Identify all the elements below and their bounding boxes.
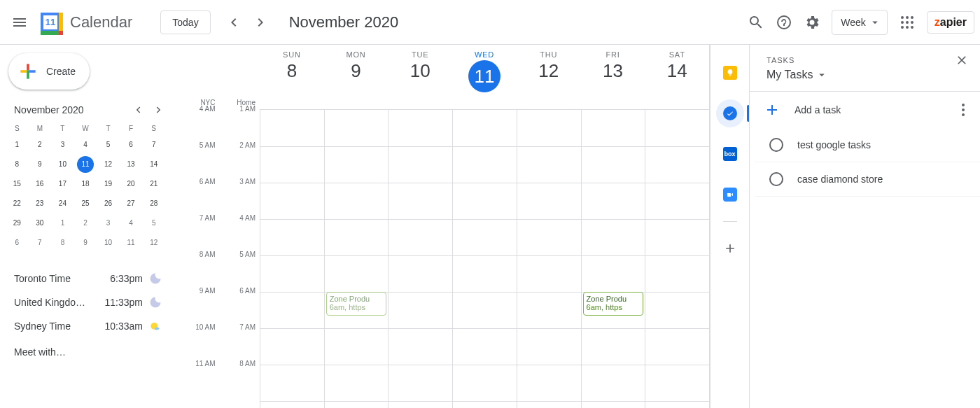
day-header[interactable]: SAT 14 xyxy=(645,45,709,109)
day-header[interactable]: TUE 10 xyxy=(388,45,452,109)
more-icon[interactable] xyxy=(955,101,972,118)
mini-calendar[interactable]: SMTWTFS 12345678910111213141516171819202… xyxy=(6,122,165,253)
mini-cal-day[interactable]: 10 xyxy=(54,156,71,173)
help-button[interactable] xyxy=(770,8,798,36)
sidebar-app-keep[interactable] xyxy=(716,59,744,87)
task-list-picker[interactable]: My Tasks xyxy=(766,69,969,81)
mini-cal-day[interactable]: 3 xyxy=(100,215,117,232)
mini-cal-day[interactable]: 4 xyxy=(122,215,139,232)
mini-cal-day[interactable]: 28 xyxy=(146,195,162,212)
today-button[interactable]: Today xyxy=(160,10,210,34)
day-header[interactable]: MON 9 xyxy=(324,45,388,109)
mini-cal-day[interactable]: 5 xyxy=(146,215,162,232)
chevron-right-icon xyxy=(253,14,270,31)
sidebar-app-tasks[interactable] xyxy=(716,99,744,127)
search-button[interactable] xyxy=(742,8,770,36)
day-column[interactable] xyxy=(260,110,324,408)
dropdown-icon xyxy=(816,69,828,81)
day-column[interactable] xyxy=(645,110,709,408)
svg-point-2 xyxy=(911,16,913,19)
meet-with-section[interactable]: Meet with… xyxy=(6,338,165,358)
mini-cal-day[interactable]: 17 xyxy=(54,176,71,192)
task-checkbox[interactable] xyxy=(769,172,783,186)
mini-cal-day[interactable]: 4 xyxy=(77,136,94,153)
day-column[interactable]: Zone Produ6am, https xyxy=(581,110,645,408)
mini-cal-day[interactable]: 10 xyxy=(100,234,117,251)
mini-cal-day[interactable]: 18 xyxy=(77,176,94,192)
mini-cal-day[interactable]: 1 xyxy=(8,136,25,153)
mini-cal-prev[interactable] xyxy=(132,104,144,116)
day-column[interactable] xyxy=(517,110,581,408)
mini-cal-day[interactable]: 15 xyxy=(8,176,25,192)
calendar-event[interactable]: Zone Produ6am, https xyxy=(326,292,387,316)
mini-cal-day[interactable]: 3 xyxy=(54,136,71,153)
mini-cal-day[interactable]: 2 xyxy=(31,136,48,153)
mini-cal-day[interactable]: 9 xyxy=(77,234,94,251)
day-header[interactable]: WED 11 xyxy=(452,45,517,109)
sidebar-app-box[interactable]: box xyxy=(716,140,744,168)
mini-cal-day[interactable]: 6 xyxy=(8,234,25,251)
mini-cal-day[interactable]: 11 xyxy=(122,234,139,251)
task-checkbox[interactable] xyxy=(769,138,783,152)
create-button[interactable]: Create xyxy=(8,53,90,90)
mini-cal-day[interactable]: 23 xyxy=(31,195,48,212)
mini-cal-day[interactable]: 12 xyxy=(100,156,117,173)
mini-cal-day[interactable]: 7 xyxy=(31,234,48,251)
mini-cal-day[interactable]: 29 xyxy=(8,215,25,232)
moon-icon xyxy=(148,295,162,309)
mini-cal-day[interactable]: 5 xyxy=(100,136,117,153)
svg-point-12 xyxy=(962,113,965,116)
mini-cal-day[interactable]: 20 xyxy=(122,176,139,192)
mini-cal-day[interactable]: 21 xyxy=(146,176,162,192)
mini-cal-next[interactable] xyxy=(153,104,165,116)
mini-cal-day[interactable]: 9 xyxy=(31,156,48,173)
mini-cal-day[interactable]: 12 xyxy=(146,234,162,251)
next-period-button[interactable] xyxy=(247,8,275,36)
zapier-button[interactable]: zapier xyxy=(927,11,974,34)
add-addon-button[interactable] xyxy=(716,234,744,262)
prev-period-button[interactable] xyxy=(219,8,247,36)
world-clock-row[interactable]: Toronto Time 6:33pm xyxy=(6,267,165,290)
mini-cal-day[interactable]: 16 xyxy=(31,176,48,192)
mini-cal-day[interactable]: 22 xyxy=(8,195,25,212)
app-logo[interactable]: 11 Calendar xyxy=(36,8,132,36)
view-switcher[interactable]: Week xyxy=(832,10,888,35)
mini-cal-day[interactable]: 14 xyxy=(146,156,162,173)
world-clock-row[interactable]: United Kingdo… 11:33pm xyxy=(6,290,165,314)
date-range-title: November 2020 xyxy=(289,13,399,31)
add-task-row[interactable]: Add a task xyxy=(750,92,980,128)
mini-cal-day[interactable]: 2 xyxy=(77,215,94,232)
sidebar-app-zoom[interactable] xyxy=(716,181,744,209)
calendar-event[interactable]: Zone Produ6am, https xyxy=(583,292,644,316)
mini-cal-day[interactable]: 27 xyxy=(122,195,139,212)
day-header[interactable]: FRI 13 xyxy=(581,45,645,109)
apps-button[interactable] xyxy=(893,8,921,36)
world-clock-row[interactable]: Sydney Time 10:33am xyxy=(6,314,165,338)
mini-cal-day[interactable]: 26 xyxy=(100,195,117,212)
main-menu-button[interactable] xyxy=(6,8,34,36)
settings-button[interactable] xyxy=(798,8,826,36)
day-header[interactable]: SUN 8 xyxy=(260,45,324,109)
day-header[interactable]: THU 12 xyxy=(517,45,581,109)
mini-cal-day[interactable]: 11 xyxy=(77,156,94,173)
mini-cal-day[interactable]: 8 xyxy=(8,156,25,173)
day-column[interactable]: Zone Produ6am, https xyxy=(324,110,388,408)
mini-cal-day[interactable]: 25 xyxy=(77,195,94,212)
mini-cal-day[interactable]: 6 xyxy=(122,136,139,153)
mini-cal-day[interactable]: 8 xyxy=(54,234,71,251)
task-item[interactable]: case diamond store xyxy=(755,162,980,197)
day-column[interactable] xyxy=(452,110,517,408)
mini-cal-day[interactable]: 19 xyxy=(100,176,117,192)
app-name: Calendar xyxy=(70,13,132,31)
task-item[interactable]: test google tasks xyxy=(755,128,980,162)
close-tasks-button[interactable] xyxy=(955,53,969,67)
chevron-left-icon xyxy=(225,14,241,31)
mini-cal-day[interactable]: 24 xyxy=(54,195,71,212)
mini-cal-day[interactable]: 30 xyxy=(31,215,48,232)
svg-point-1 xyxy=(906,16,909,19)
day-column[interactable] xyxy=(388,110,452,408)
mini-cal-day[interactable]: 7 xyxy=(146,136,162,153)
svg-point-6 xyxy=(901,26,904,29)
mini-cal-day[interactable]: 1 xyxy=(54,215,71,232)
mini-cal-day[interactable]: 13 xyxy=(122,156,139,173)
